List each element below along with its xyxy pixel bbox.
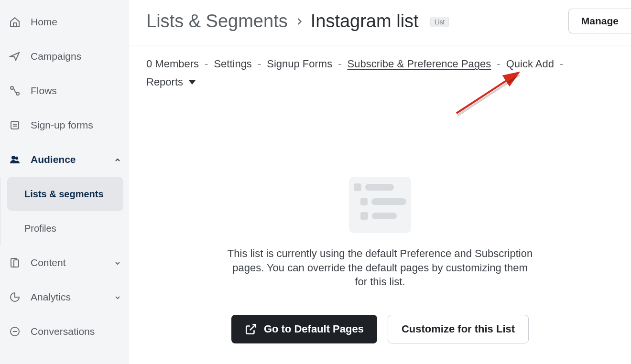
- empty-state-text: This list is currently using the default…: [227, 246, 533, 289]
- chevron-right-icon: [294, 17, 304, 26]
- nav-conversations[interactable]: Conversations: [0, 314, 129, 349]
- svg-rect-2: [11, 121, 19, 129]
- nav-profiles[interactable]: Profiles: [7, 211, 129, 246]
- nav-flows[interactable]: Flows: [0, 74, 129, 108]
- nav-sublabel: Lists & segments: [24, 189, 104, 200]
- list-tabs: 0 Members - Settings - Signup Forms - Su…: [129, 45, 631, 93]
- breadcrumb: Lists & Segments Instagram list List: [146, 11, 449, 32]
- empty-state: This list is currently using the default…: [129, 177, 631, 343]
- placeholder-illustration: [349, 177, 411, 233]
- nav-label: Audience: [31, 154, 76, 165]
- nav-label: Sign-up forms: [31, 119, 93, 131]
- nav-campaigns[interactable]: Campaigns: [0, 39, 129, 74]
- tab-quick-add[interactable]: Quick Add: [506, 58, 554, 70]
- go-to-default-pages-button[interactable]: Go to Default Pages: [231, 315, 377, 343]
- customize-for-this-list-button[interactable]: Customize for this List: [388, 315, 529, 343]
- nav-label: Content: [31, 257, 66, 268]
- tab-settings[interactable]: Settings: [214, 58, 252, 70]
- svg-point-5: [11, 156, 15, 160]
- nav-content[interactable]: Content: [0, 246, 129, 280]
- caret-down-icon: [189, 80, 196, 85]
- svg-rect-8: [14, 260, 19, 267]
- nav-label: Flows: [31, 85, 57, 96]
- manage-button[interactable]: Manage: [568, 9, 631, 33]
- breadcrumb-leaf: Instagram list: [311, 11, 419, 32]
- chevron-down-icon: [114, 259, 120, 266]
- tab-reports[interactable]: Reports: [146, 76, 196, 88]
- nav-audience-subitems: Lists & segments Profiles: [0, 177, 129, 246]
- nav-label: Conversations: [31, 326, 95, 337]
- svg-point-6: [15, 157, 18, 160]
- home-icon: [9, 16, 21, 28]
- nav-lists-segments[interactable]: Lists & segments: [7, 177, 123, 211]
- nav-label: Campaigns: [31, 51, 81, 62]
- flow-icon: [9, 85, 21, 97]
- breadcrumb-root[interactable]: Lists & Segments: [146, 11, 288, 32]
- tab-signup-forms[interactable]: Signup Forms: [267, 58, 332, 70]
- pie-icon: [9, 291, 21, 303]
- nav-home[interactable]: Home: [0, 5, 129, 39]
- nav-audience[interactable]: Audience: [0, 142, 129, 177]
- paper-plane-icon: [9, 50, 21, 63]
- chevron-down-icon: [114, 294, 120, 300]
- main: Lists & Segments Instagram list List Man…: [129, 0, 631, 364]
- nav-signup-forms[interactable]: Sign-up forms: [0, 108, 129, 142]
- nav-analytics[interactable]: Analytics: [0, 280, 129, 314]
- chevron-up-icon: [114, 156, 120, 163]
- external-link-icon: [245, 323, 257, 335]
- empty-state-actions: Go to Default Pages Customize for this L…: [231, 315, 529, 343]
- type-badge: List: [430, 17, 449, 27]
- people-icon: [9, 153, 21, 166]
- tab-subscribe-preference-pages[interactable]: Subscribe & Preference Pages: [347, 58, 491, 70]
- form-icon: [9, 119, 21, 131]
- tab-members[interactable]: 0 Members: [146, 58, 199, 70]
- nav-sublabel: Profiles: [24, 223, 56, 234]
- sidebar: Home Campaigns Flows Sign-up forms Audie…: [0, 0, 129, 364]
- chat-icon: [9, 325, 21, 338]
- nav-label: Home: [31, 16, 57, 28]
- page-header: Lists & Segments Instagram list List Man…: [129, 0, 631, 45]
- nav-label: Analytics: [31, 291, 71, 303]
- content-icon: [9, 257, 21, 269]
